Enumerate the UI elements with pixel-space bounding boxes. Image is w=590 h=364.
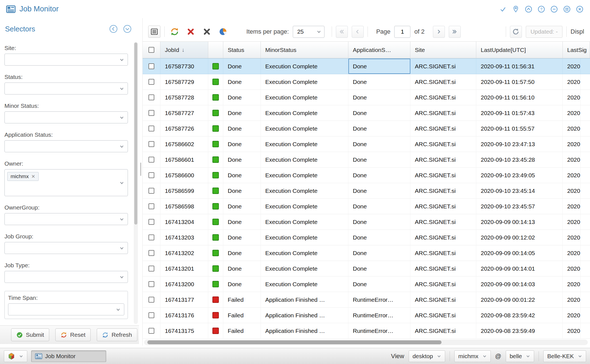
page-input[interactable] [394, 26, 410, 38]
owner-select[interactable]: michmx✕ [4, 169, 128, 196]
cell-applicationstatus: Done [348, 199, 410, 214]
row-checkbox[interactable] [148, 94, 154, 100]
table-row[interactable]: 167413200DoneExecution CompleteDoneARC.S… [143, 276, 590, 292]
setup-select[interactable]: Belle-KEK [543, 350, 586, 362]
row-checkbox[interactable] [148, 297, 154, 303]
reset-button[interactable]: Reset [55, 328, 91, 341]
last-page-button[interactable] [449, 26, 461, 38]
application-status-select[interactable] [4, 140, 128, 152]
table-row[interactable]: 167413176FailedApplication Finished …Run… [143, 308, 590, 323]
view-select[interactable]: desktop [409, 350, 445, 362]
columns-menu-button[interactable] [148, 26, 160, 38]
row-checkbox[interactable] [148, 157, 154, 163]
statistics-pie-button[interactable] [217, 26, 229, 38]
checkmark-icon[interactable] [499, 5, 507, 13]
grid-refresh-button[interactable] [168, 26, 181, 38]
table-row[interactable]: 167586598DoneExecution CompleteDoneARC.S… [143, 199, 590, 214]
row-checkbox[interactable] [148, 79, 154, 85]
user-select[interactable]: michmx [454, 350, 490, 362]
minor-status-select[interactable] [4, 111, 128, 123]
row-checkbox[interactable] [148, 141, 154, 147]
owner-tag[interactable]: michmx✕ [7, 172, 39, 181]
row-checkbox[interactable] [148, 126, 154, 131]
chevron-down-icon [482, 354, 487, 358]
table-row[interactable]: 167586602DoneExecution CompleteDoneARC.S… [143, 136, 590, 152]
column-header-minorstatus[interactable]: MinorStatus [261, 42, 348, 58]
panel-splitter[interactable] [139, 18, 142, 344]
row-checkbox[interactable] [148, 312, 154, 318]
column-header-site[interactable]: Site [410, 42, 476, 58]
help-icon[interactable]: ? [537, 5, 546, 13]
table-row[interactable]: 167413201DoneExecution CompleteDoneARC.S… [143, 261, 590, 276]
row-checkbox[interactable] [148, 235, 154, 240]
row-checkbox[interactable] [148, 250, 154, 256]
table-row[interactable]: 167413204DoneExecution CompleteDoneARC.S… [143, 214, 590, 230]
collapse-panel-button[interactable] [109, 24, 118, 33]
row-checkbox[interactable] [148, 281, 154, 287]
row-checkbox[interactable] [148, 219, 154, 225]
start-menu-button[interactable] [4, 350, 27, 362]
pin-icon[interactable] [512, 5, 520, 13]
items-per-page-value: 25 [297, 28, 304, 35]
column-header-applicationstatus[interactable]: ApplicationS… [348, 42, 410, 58]
remove-tag-icon[interactable]: ✕ [31, 174, 35, 179]
cell-lastsig: 2020 [563, 152, 581, 167]
group-select[interactable]: belle [506, 350, 534, 362]
site-select[interactable] [4, 54, 128, 66]
submit-button[interactable]: Submit [11, 328, 49, 341]
updated-button[interactable]: Updated: - [526, 26, 562, 38]
row-checkbox[interactable] [148, 203, 154, 209]
table-row[interactable]: 167586600DoneExecution CompleteDoneARC.S… [143, 168, 590, 183]
table-row[interactable]: 167587727DoneExecution CompleteDoneARC.S… [143, 105, 590, 121]
panel-menu-button[interactable] [123, 24, 132, 33]
collapse-up-icon[interactable] [524, 5, 533, 13]
panel-scrollbar[interactable] [134, 42, 138, 324]
next-page-button[interactable] [433, 26, 445, 38]
ownergroup-select[interactable] [4, 213, 128, 225]
prev-page-button[interactable] [352, 26, 364, 38]
table-row[interactable]: 167587728DoneExecution CompleteDoneARC.S… [143, 90, 590, 105]
column-header-statusicon[interactable] [208, 42, 223, 58]
row-checkbox[interactable] [148, 110, 154, 116]
table-row[interactable]: 167413177FailedApplication Finished …Run… [143, 292, 590, 308]
column-header-lastupdate[interactable]: LastUpdate[UTC] [476, 42, 563, 58]
select-all-checkbox[interactable] [148, 47, 154, 53]
panel-scrollbar-thumb[interactable] [134, 43, 137, 225]
cell-status: Failed [223, 292, 261, 307]
column-header-jobid[interactable]: JobId ↓ [160, 42, 208, 58]
apps-icon[interactable] [563, 5, 571, 13]
column-header-status[interactable]: Status [223, 42, 261, 58]
row-checkbox[interactable] [148, 328, 154, 334]
taskbar-app-button[interactable]: Job Monitor [31, 350, 106, 362]
panel-refresh-button[interactable]: Refresh [97, 328, 137, 341]
table-row[interactable]: 167413202DoneExecution CompleteDoneARC.S… [143, 245, 590, 261]
status-square-icon [208, 152, 223, 167]
reload-grid-button[interactable] [510, 26, 522, 38]
close-icon[interactable] [576, 5, 584, 13]
kill-job-button[interactable] [185, 26, 197, 38]
table-row[interactable]: 167413175FailedApplication Finished …Run… [143, 323, 590, 339]
grid-horizontal-scrollbar[interactable] [144, 340, 588, 345]
grid-horizontal-scrollbar-thumb[interactable] [147, 340, 442, 344]
row-checkbox[interactable] [148, 63, 154, 69]
table-row[interactable]: 167413203DoneExecution CompleteDoneARC.S… [143, 230, 590, 245]
time-span-select[interactable] [8, 303, 124, 315]
job-type-select[interactable] [4, 271, 128, 283]
display-label: Displ [571, 28, 590, 35]
items-per-page-select[interactable]: 25 [293, 26, 324, 38]
select-all-header[interactable] [143, 42, 160, 58]
minimize-icon[interactable] [550, 5, 558, 13]
table-row[interactable]: 167587730DoneExecution CompleteDoneARC.S… [143, 58, 590, 74]
row-checkbox[interactable] [148, 188, 154, 194]
row-checkbox[interactable] [148, 266, 154, 271]
job-group-select[interactable] [4, 242, 128, 254]
column-header-lastsig[interactable]: LastSig [563, 42, 590, 58]
status-select[interactable] [4, 83, 128, 94]
table-row[interactable]: 167586599DoneExecution CompleteDoneARC.S… [143, 183, 590, 199]
first-page-button[interactable] [336, 26, 348, 38]
table-row[interactable]: 167586601DoneExecution CompleteDoneARC.S… [143, 152, 590, 168]
table-row[interactable]: 167587726DoneExecution CompleteDoneARC.S… [143, 121, 590, 136]
delete-job-button[interactable] [201, 26, 213, 38]
table-row[interactable]: 167587729DoneExecution CompleteDoneARC.S… [143, 74, 590, 90]
row-checkbox[interactable] [148, 172, 154, 178]
